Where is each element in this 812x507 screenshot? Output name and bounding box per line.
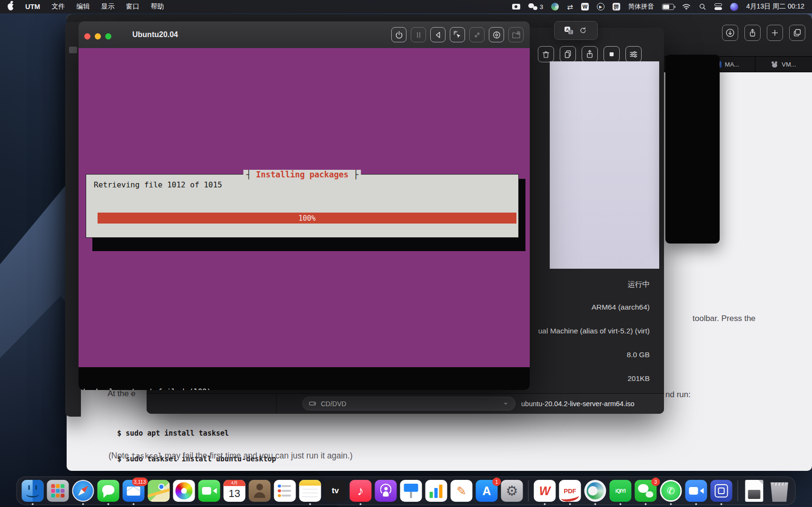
dock-podcasts[interactable] bbox=[375, 480, 397, 502]
camera-status-icon[interactable] bbox=[512, 4, 520, 10]
apple-menu-icon[interactable] bbox=[8, 3, 14, 10]
dock-iqiyi[interactable]: iQIYI bbox=[610, 480, 632, 502]
dock-zoom[interactable] bbox=[685, 480, 707, 502]
menu-bar-clock[interactable]: 4月13日 周二 00:12 bbox=[746, 2, 804, 11]
dock-trash[interactable] bbox=[769, 480, 791, 502]
pdf-reader-icon: PDF bbox=[559, 480, 581, 502]
dock-contacts[interactable] bbox=[249, 480, 271, 502]
browser-tab-3[interactable]: VM... bbox=[755, 57, 812, 72]
input-method-icon[interactable]: 拼 bbox=[613, 3, 620, 10]
dock-reminders[interactable] bbox=[274, 480, 296, 502]
dock-numbers[interactable] bbox=[426, 480, 447, 502]
doc-text-toolbar: toolbar. Press the bbox=[693, 314, 755, 323]
menu-window[interactable]: 窗口 bbox=[126, 2, 139, 11]
dock-document[interactable] bbox=[743, 480, 765, 502]
reload-icon[interactable] bbox=[579, 26, 587, 35]
download-button[interactable] bbox=[722, 25, 738, 41]
capture-cursor-button[interactable] bbox=[450, 27, 465, 42]
launchpad-icon bbox=[47, 480, 69, 502]
dock-calendar[interactable]: 4月13 bbox=[224, 480, 246, 502]
doc-note: (Note tasksel may fail the first time an… bbox=[109, 451, 353, 461]
menu-help[interactable]: 帮助 bbox=[150, 2, 164, 11]
dock-messages[interactable] bbox=[98, 480, 119, 502]
zoom-window-button[interactable] bbox=[105, 33, 111, 39]
battery-icon[interactable] bbox=[662, 4, 674, 10]
whatsapp-icon: ✆ bbox=[660, 480, 682, 502]
minimize-window-button[interactable] bbox=[95, 33, 101, 39]
sync-status-icon[interactable]: ⇄ bbox=[567, 3, 573, 10]
play-status-icon[interactable]: ▶ bbox=[597, 3, 604, 10]
app-menu-title[interactable]: UTM bbox=[25, 3, 40, 10]
dock-keynote[interactable] bbox=[400, 480, 422, 502]
dock-wps[interactable]: W bbox=[534, 480, 556, 502]
dock-facetime[interactable] bbox=[198, 480, 220, 502]
control-center-icon[interactable] bbox=[714, 3, 722, 10]
iqiyi-icon: iQIYI bbox=[610, 480, 632, 502]
close-window-button[interactable] bbox=[84, 33, 90, 39]
dock-separator bbox=[528, 480, 529, 501]
contacts-icon bbox=[249, 480, 271, 502]
dock-pages[interactable]: ✎ bbox=[451, 480, 473, 502]
dock-mail[interactable]: 3,113 bbox=[123, 480, 145, 502]
running-indicator bbox=[544, 503, 546, 505]
input-method-label[interactable]: 简体拼音 bbox=[628, 2, 654, 11]
clone-vm-button[interactable] bbox=[560, 46, 576, 62]
wifi-icon[interactable] bbox=[682, 3, 691, 10]
menu-edit[interactable]: 编辑 bbox=[76, 2, 89, 11]
share-button[interactable] bbox=[744, 25, 761, 41]
trash-icon bbox=[770, 480, 790, 502]
dock-tv[interactable]: tv bbox=[325, 480, 347, 502]
note-text: may fail the first time and you can just… bbox=[162, 451, 353, 460]
pause-button[interactable] bbox=[411, 27, 426, 42]
new-tab-button[interactable] bbox=[767, 25, 783, 41]
resize-icon bbox=[472, 30, 482, 40]
assistant-sphere-icon[interactable] bbox=[730, 3, 738, 11]
share-vm-button[interactable] bbox=[582, 46, 598, 62]
finder-icon bbox=[22, 480, 44, 502]
dock-photos[interactable] bbox=[173, 480, 195, 502]
dock-maps[interactable] bbox=[148, 480, 170, 502]
code-line: $ sudo apt install tasksel bbox=[117, 429, 276, 438]
dock-notes[interactable] bbox=[299, 480, 321, 502]
installer-progress-bar: 100% bbox=[98, 213, 516, 224]
dock-anyconnect[interactable] bbox=[584, 480, 606, 502]
anyconnect-status-icon[interactable] bbox=[551, 3, 559, 10]
dock-whatsapp[interactable]: ✆ bbox=[660, 480, 682, 502]
drive-select[interactable]: CD/DVD bbox=[302, 397, 515, 410]
shared-folder-button[interactable] bbox=[508, 27, 524, 42]
drives-button[interactable] bbox=[489, 27, 504, 42]
restart-button[interactable] bbox=[430, 27, 446, 42]
power-button[interactable] bbox=[391, 27, 406, 42]
dock-safari[interactable] bbox=[72, 480, 94, 502]
system-settings-icon: ⚙ bbox=[501, 480, 523, 502]
wechat-status-icon[interactable] bbox=[528, 3, 537, 10]
spotlight-search-icon[interactable] bbox=[699, 3, 706, 10]
running-indicator bbox=[569, 503, 571, 505]
menu-file[interactable]: 文件 bbox=[51, 2, 65, 11]
running-indicator bbox=[82, 503, 84, 505]
dock-finder[interactable] bbox=[22, 480, 44, 502]
stop-vm-button[interactable] bbox=[604, 46, 620, 62]
border-tick: ┤ bbox=[246, 170, 256, 179]
dock-settings[interactable]: ⚙ bbox=[501, 480, 523, 502]
doc-text-right: nd run: bbox=[665, 390, 691, 400]
dock-utm[interactable] bbox=[711, 480, 733, 502]
dock: 3,1134月13tv♪✎A1⚙WPDFiQIYI3✆ bbox=[17, 477, 796, 505]
translate-icon[interactable]: A 文 bbox=[564, 27, 573, 34]
utm-bottom-bar: CD/DVD ubuntu-20.04.2-live-server-arm64.… bbox=[147, 393, 664, 414]
vm-settings-button[interactable] bbox=[625, 46, 642, 62]
delete-vm-button[interactable] bbox=[538, 46, 554, 62]
tab-overview-button[interactable] bbox=[789, 25, 805, 41]
window-edge-icon bbox=[69, 47, 77, 53]
numbers-icon bbox=[426, 480, 447, 502]
dock-launchpad[interactable] bbox=[47, 480, 69, 502]
dock-appstore[interactable]: A1 bbox=[476, 480, 498, 502]
dock-pdf[interactable]: PDF bbox=[559, 480, 581, 502]
menu-view[interactable]: 显示 bbox=[101, 2, 114, 11]
word-status-icon[interactable]: W bbox=[581, 3, 589, 10]
dock-music[interactable]: ♪ bbox=[350, 480, 372, 502]
dock-wechat[interactable]: 3 bbox=[635, 480, 657, 502]
vm-display[interactable]: ┤ Installing packages ├ Retrieving file … bbox=[79, 48, 530, 390]
vm-display-preview bbox=[550, 61, 659, 269]
resize-display-button[interactable] bbox=[469, 27, 485, 42]
